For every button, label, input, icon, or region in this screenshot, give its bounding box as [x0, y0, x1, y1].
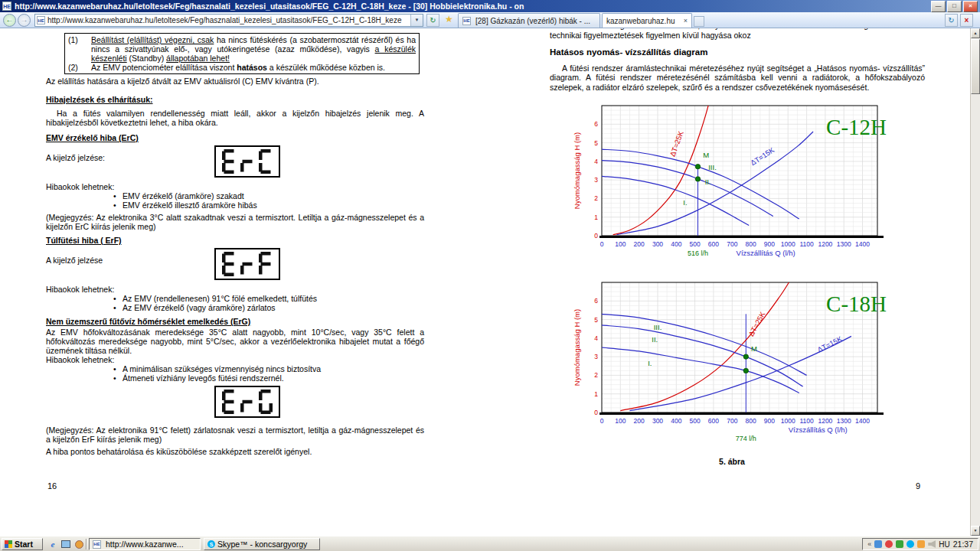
svg-text:500: 500: [690, 240, 701, 248]
chevron-down-icon: ▼: [415, 18, 420, 22]
svg-text:Vízszállítás Q (l/h): Vízszállítás Q (l/h): [737, 249, 795, 257]
tab-kazanwebaruhaz[interactable]: kazanwebaruhaz.hu ×: [602, 13, 692, 28]
list-item: EMV érzékelő (áramköre) szakadt: [46, 191, 424, 201]
scroll-down-button[interactable]: ▼: [971, 526, 980, 536]
svg-text:Vízszállítás Q (l/h): Vízszállítás Q (l/h): [789, 425, 848, 434]
scroll-up-button[interactable]: ▲: [971, 28, 980, 38]
svg-text:2: 2: [594, 371, 598, 379]
svg-text:3: 3: [594, 176, 598, 184]
pump-curve-chart-c12h: 0100200300400500600700800900100011001200…: [571, 101, 900, 273]
paragraph: A fütési rendszer áramlástechnikai méret…: [550, 64, 925, 93]
item-number: (1): [68, 35, 91, 63]
figure-caption: 5. ábra: [571, 457, 893, 467]
tray-antivirus-icon[interactable]: [885, 540, 893, 548]
address-url[interactable]: http://www.kazanwebaruhaz.hu/letoltesek/…: [47, 16, 410, 24]
pump-curve-chart-c18h: 0100200300400500600700800900100011001200…: [571, 278, 900, 450]
tray-chevron-icon[interactable]: «: [867, 540, 871, 548]
tray-messenger-icon[interactable]: [917, 540, 925, 548]
svg-text:1400: 1400: [855, 417, 870, 425]
svg-text:800: 800: [746, 240, 756, 248]
note-paragraph: (Megjegyzés: Az elektronika 3°C alatt sz…: [46, 213, 424, 231]
svg-text:1200: 1200: [818, 417, 832, 425]
reload-page-button[interactable]: ↻: [945, 14, 958, 27]
svg-text:0: 0: [594, 409, 598, 416]
start-label: Start: [15, 540, 33, 549]
tray-language-indicator[interactable]: HU: [939, 540, 949, 549]
display-row-erf: A kijelző jelzése: [46, 246, 424, 285]
window-title: http://www.kazanwebaruhaz.hu/letoltesek/…: [15, 2, 931, 11]
close-button[interactable]: ×: [963, 1, 978, 12]
section-heading-errors: Hibajelzések és elhárításuk:: [46, 95, 424, 104]
tray-network-icon[interactable]: [874, 540, 882, 548]
tab-gazkazan-forum[interactable]: HE [28] Gázkazán (vezérlő) hibák - ...: [458, 13, 600, 28]
stop-button[interactable]: ×: [960, 14, 973, 27]
svg-text:1100: 1100: [799, 240, 814, 248]
site-favicon: HE: [2, 2, 11, 11]
address-dropdown-button[interactable]: ▼: [410, 15, 423, 26]
svg-text:800: 800: [746, 417, 756, 425]
svg-text:1200: 1200: [818, 240, 832, 248]
display-row-erc: A kijelző jelzése:: [46, 144, 424, 182]
tray-volume-icon[interactable]: [928, 540, 936, 548]
svg-text:1000: 1000: [781, 417, 795, 425]
diagram-heading: Hatásos nyomás- vízszállítás diagram: [550, 47, 925, 57]
note-paragraph: A hiba pontos behatárolása és kiküszöböl…: [46, 447, 424, 456]
start-button[interactable]: Start: [2, 538, 43, 550]
address-bar[interactable]: HE http://www.kazanwebaruhaz.hu/letoltes…: [34, 14, 423, 27]
address-favicon: HE: [37, 16, 45, 24]
svg-text:C-12H: C-12H: [826, 115, 887, 139]
svg-text:M: M: [703, 151, 709, 159]
svg-text:600: 600: [708, 240, 719, 248]
list-item: Az EMV (rendellenesen) 91°C fölé emelked…: [46, 294, 424, 303]
svg-text:400: 400: [671, 417, 681, 425]
list-item: EMV érzékelő illesztő áramköre hibás: [46, 201, 424, 210]
windows-logo-icon: [5, 540, 12, 548]
media-player-icon[interactable]: [74, 539, 84, 549]
page-number-16: 16: [47, 481, 57, 491]
new-tab-button[interactable]: [694, 16, 704, 27]
svg-text:II.: II.: [652, 335, 658, 344]
list-item: A minimálisan szükséges vízmennyiség nin…: [46, 364, 424, 373]
svg-text:100: 100: [615, 240, 626, 248]
task-label: http://www.kazanwe...: [106, 540, 184, 549]
text-line: technikai figyelmeztetések figyelmen kív…: [550, 31, 925, 41]
tray-skype-icon[interactable]: [906, 540, 914, 548]
back-icon: ←: [6, 15, 14, 24]
svg-text:5: 5: [594, 316, 598, 324]
minimize-button[interactable]: —: [931, 1, 946, 12]
ie-quicklaunch-icon[interactable]: e: [47, 539, 58, 549]
skype-icon: S: [207, 540, 215, 548]
tab-close-icon[interactable]: ×: [684, 17, 688, 24]
scrollbar-thumb[interactable]: [971, 39, 980, 94]
svg-text:1: 1: [594, 214, 598, 221]
tab-favicon: HE: [462, 17, 471, 25]
tray-clock[interactable]: 21:37: [953, 540, 973, 549]
display-row-erg: [46, 384, 424, 422]
warning-item-1: (1) Beállítást (elállítást) végezni, csa…: [68, 35, 416, 63]
causes-label: Hibaokok lehetnek:: [46, 285, 424, 294]
task-label: Skype™ - koncsargyorgy: [217, 540, 307, 549]
seven-segment-display-erg: [214, 386, 280, 418]
maximize-button[interactable]: □: [947, 1, 962, 12]
forward-button[interactable]: →: [18, 14, 31, 27]
task-button-skype[interactable]: S Skype™ - koncsargyorgy: [204, 538, 320, 550]
note-paragraph: (Megjegyzés: Az elektronika 91°C felett)…: [46, 425, 424, 444]
svg-text:700: 700: [727, 417, 737, 425]
paragraph: Az elállítás hatására a kijelző átvált a…: [46, 77, 424, 86]
refresh-button[interactable]: ↻: [426, 14, 439, 27]
vertical-scrollbar[interactable]: ▲ ▼: [970, 28, 980, 536]
svg-text:200: 200: [634, 240, 645, 248]
causes-label: Hibaokok lehetnek:: [46, 182, 424, 191]
task-button-browser[interactable]: HE http://www.kazanwe...: [89, 538, 201, 550]
svg-text:6: 6: [594, 297, 598, 305]
svg-text:I.: I.: [648, 359, 652, 367]
favorites-star-icon[interactable]: ★: [443, 14, 456, 27]
svg-text:II.: II.: [705, 178, 711, 186]
svg-text:0: 0: [600, 240, 604, 248]
show-desktop-icon[interactable]: [60, 539, 71, 549]
tray-update-icon[interactable]: [896, 540, 903, 548]
back-button[interactable]: ←: [3, 14, 16, 27]
svg-text:600: 600: [708, 417, 719, 425]
svg-text:900: 900: [764, 240, 775, 248]
svg-text:400: 400: [671, 240, 681, 248]
